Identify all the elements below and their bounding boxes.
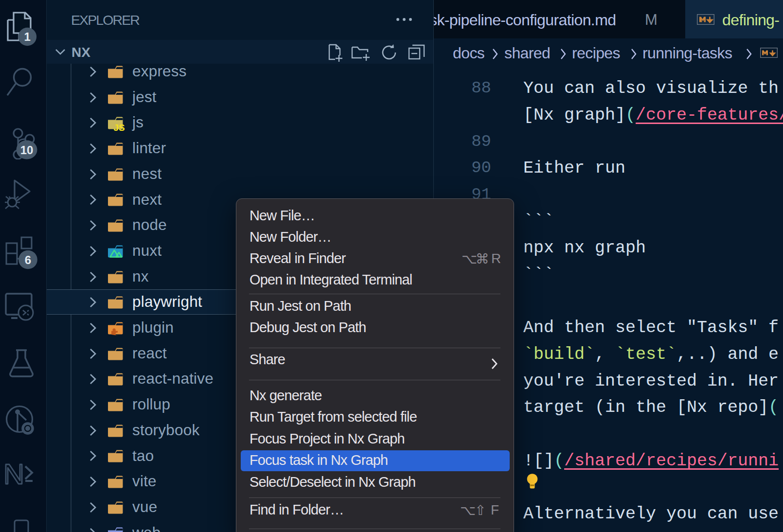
svg-text:6: 6 [25, 253, 31, 266]
svg-text:1: 1 [24, 30, 31, 43]
svg-text:JS: JS [114, 123, 125, 133]
svg-text:10: 10 [20, 143, 34, 157]
